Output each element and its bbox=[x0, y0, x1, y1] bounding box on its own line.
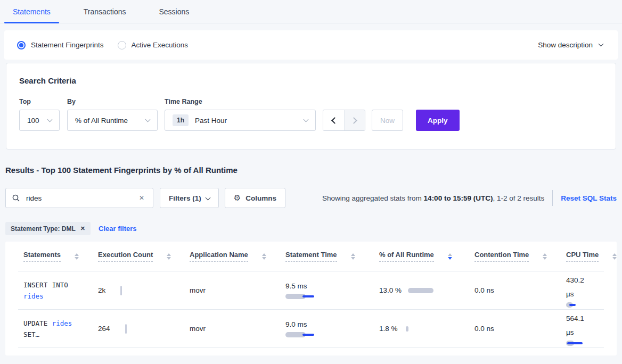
results-controls: ✕ Filters (1) ⚙ Columns Showing aggregat… bbox=[5, 188, 617, 208]
runtime-pct-bar bbox=[406, 326, 408, 332]
column-header-cpu-time[interactable]: CPU Time bbox=[561, 251, 617, 262]
top-select-value: 100 bbox=[27, 117, 39, 125]
top-field: Top 100 bbox=[19, 98, 67, 131]
execution-count-cell: 264 bbox=[93, 324, 184, 334]
cpu-time-cell: 564.1 µs bbox=[561, 312, 604, 346]
sort-icon bbox=[167, 253, 171, 260]
radio-active-executions[interactable]: Active Executions bbox=[118, 41, 189, 49]
table-row: INSERT INTO rides 2k movr 9.5 ms 13.0 % … bbox=[18, 271, 604, 310]
column-header-statements[interactable]: Statements bbox=[18, 251, 93, 262]
radio-active-executions-label: Active Executions bbox=[132, 41, 189, 49]
time-range-field: Time Range 1h Past Hour bbox=[165, 98, 323, 131]
statement-time-cell: 9.5 ms bbox=[280, 282, 374, 299]
filter-chips-row: Statement Type: DML ✕ Clear filters bbox=[5, 222, 617, 235]
column-header-contention-time[interactable]: Contention Time bbox=[469, 251, 561, 262]
search-box[interactable]: ✕ bbox=[5, 188, 153, 208]
column-header-execution-count[interactable]: Execution Count bbox=[93, 251, 184, 262]
statements-table: Statements Execution Count Application N… bbox=[5, 242, 617, 355]
aggregated-stats-text: Showing aggregated stats from 14:00 to 1… bbox=[322, 194, 544, 202]
search-criteria-fields: Top 100 By % of All Runtime Time Range 1… bbox=[19, 98, 603, 131]
time-range-arrows bbox=[323, 110, 365, 131]
column-header-runtime-pct[interactable]: % of All Runtime bbox=[374, 251, 469, 262]
contention-time-cell: 0.0 ns bbox=[469, 286, 561, 294]
column-header-application-name[interactable]: Application Name bbox=[184, 251, 280, 262]
next-time-range-button[interactable] bbox=[344, 110, 365, 130]
statement-time-bar bbox=[285, 294, 374, 299]
vertical-divider bbox=[552, 190, 553, 206]
statement-fingerprint-cell: INSERT INTO rides bbox=[18, 279, 83, 302]
runtime-pct-cell: 13.0 % bbox=[374, 284, 469, 297]
by-field: By % of All Runtime bbox=[67, 98, 165, 131]
tab-statements[interactable]: Statements bbox=[4, 0, 59, 23]
time-range-value: Past Hour bbox=[195, 117, 227, 125]
time-range-select[interactable]: 1h Past Hour bbox=[165, 110, 316, 131]
chevron-down-icon bbox=[599, 42, 604, 47]
filter-chip-statement-type[interactable]: Statement Type: DML ✕ bbox=[5, 222, 91, 235]
execution-count-bar bbox=[120, 286, 122, 295]
filter-chip-label: Statement Type: DML bbox=[11, 225, 76, 233]
execution-count-cell: 2k bbox=[93, 286, 184, 295]
view-mode-radios: Statement Fingerprints Active Executions bbox=[17, 41, 188, 49]
sort-icon-active-desc bbox=[448, 253, 452, 260]
chevron-down-icon bbox=[205, 195, 210, 200]
search-criteria-title: Search Criteria bbox=[19, 76, 603, 85]
cpu-time-bar bbox=[566, 341, 604, 346]
search-criteria-panel: Search Criteria Top 100 By % of All Runt… bbox=[6, 63, 616, 150]
gear-icon: ⚙ bbox=[234, 193, 241, 203]
by-select-value: % of All Runtime bbox=[75, 117, 128, 125]
application-name-cell: movr bbox=[184, 325, 280, 333]
column-header-statement-time[interactable]: Statement Time bbox=[280, 251, 374, 262]
cpu-time-cell: 430.2 µs bbox=[561, 274, 604, 308]
remove-filter-icon[interactable]: ✕ bbox=[80, 225, 85, 232]
top-select[interactable]: 100 bbox=[19, 110, 60, 131]
search-input[interactable] bbox=[25, 194, 136, 203]
previous-time-range-button[interactable] bbox=[323, 110, 344, 130]
results-heading: Results - Top 100 Statement Fingerprints… bbox=[5, 166, 617, 175]
show-description-toggle[interactable]: Show description bbox=[538, 41, 603, 49]
chevron-down-icon bbox=[304, 117, 309, 122]
cpu-time-bar bbox=[566, 302, 604, 308]
radio-statement-fingerprints-label: Statement Fingerprints bbox=[31, 41, 104, 49]
contention-time-cell: 0.0 ns bbox=[469, 325, 561, 333]
table-row: UPDATE rides SET… 264 movr 9.0 ms 1.8 % … bbox=[18, 310, 604, 348]
statement-link[interactable]: rides bbox=[52, 319, 72, 327]
execution-count-bar bbox=[125, 324, 127, 334]
stats-time-window: 14:00 to 15:59 (UTC) bbox=[424, 194, 493, 202]
sort-icon bbox=[75, 253, 79, 260]
statement-time-cell: 9.0 ms bbox=[280, 320, 374, 337]
show-description-label: Show description bbox=[538, 41, 593, 49]
sql-activity-tabs: Statements Transactions Sessions bbox=[0, 0, 622, 23]
view-mode-bar: Statement Fingerprints Active Executions… bbox=[4, 30, 618, 60]
columns-button[interactable]: ⚙ Columns bbox=[225, 188, 285, 208]
top-label: Top bbox=[19, 98, 67, 105]
statement-fingerprint-cell: UPDATE rides SET… bbox=[18, 318, 83, 340]
runtime-pct-bar bbox=[408, 288, 433, 293]
sort-icon bbox=[262, 253, 266, 260]
tab-sessions[interactable]: Sessions bbox=[150, 0, 198, 23]
tab-transactions[interactable]: Transactions bbox=[75, 0, 135, 23]
radio-statement-fingerprints[interactable]: Statement Fingerprints bbox=[17, 41, 104, 49]
clear-filters-link[interactable]: Clear filters bbox=[99, 225, 137, 233]
columns-button-label: Columns bbox=[245, 194, 276, 202]
table-header-row: Statements Execution Count Application N… bbox=[18, 242, 604, 271]
radio-selected-icon bbox=[17, 41, 26, 49]
radio-unselected-icon bbox=[118, 41, 126, 49]
by-select[interactable]: % of All Runtime bbox=[67, 110, 158, 131]
apply-button[interactable]: Apply bbox=[416, 110, 460, 131]
statement-time-bar bbox=[285, 332, 374, 337]
reset-sql-stats-link[interactable]: Reset SQL Stats bbox=[561, 194, 617, 202]
clear-search-icon[interactable]: ✕ bbox=[137, 193, 146, 203]
time-range-label: Time Range bbox=[165, 98, 323, 105]
application-name-cell: movr bbox=[184, 286, 280, 294]
chevron-down-icon bbox=[47, 117, 53, 122]
now-button[interactable]: Now bbox=[372, 110, 403, 131]
chevron-left-icon bbox=[331, 117, 338, 124]
sort-icon bbox=[612, 253, 617, 260]
sort-icon bbox=[351, 253, 355, 260]
chevron-right-icon bbox=[350, 117, 357, 124]
filters-button[interactable]: Filters (1) bbox=[160, 188, 219, 208]
sort-icon bbox=[543, 253, 547, 260]
statement-link[interactable]: rides bbox=[23, 292, 44, 300]
runtime-pct-cell: 1.8 % bbox=[374, 322, 469, 335]
search-icon bbox=[12, 194, 20, 202]
